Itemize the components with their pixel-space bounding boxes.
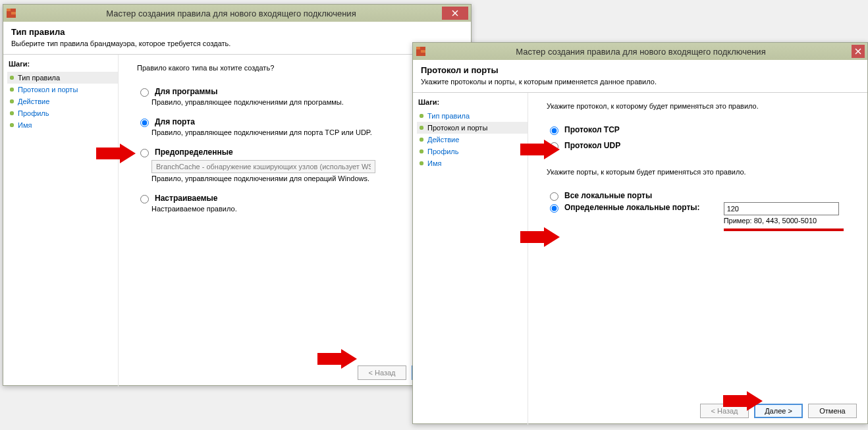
window-title: Мастер создания правила для нового входя… [430, 47, 852, 57]
protocol-question: Укажите протокол, к которому будет приме… [547, 102, 857, 110]
titlebar: Мастер создания правила для нового входя… [3, 5, 471, 22]
wizard-window-rule-type: Мастер создания правила для нового входя… [3, 4, 472, 386]
bullet-icon [420, 149, 423, 153]
radio-predefined-label: Предопределенные [155, 148, 233, 157]
svg-rect-2 [11, 12, 16, 14]
cancel-button[interactable]: Отмена [808, 404, 857, 418]
port-input[interactable] [724, 202, 839, 215]
step-name[interactable]: Имя [7, 119, 118, 131]
predefined-select [151, 160, 375, 173]
page-title: Тип правила [11, 27, 463, 37]
radio-specific-ports-label: Определенные локальные порты: [564, 203, 700, 212]
firewall-icon [6, 8, 16, 18]
bullet-icon [420, 161, 423, 165]
radio-all-ports[interactable] [550, 192, 558, 201]
steps-sidebar: Шаги: Тип правила Протокол и порты Дейст… [3, 55, 119, 387]
radio-port-label: Для порта [155, 117, 195, 126]
radio-udp[interactable] [550, 142, 558, 151]
step-protocol-ports[interactable]: Протокол и порты [7, 84, 118, 95]
svg-rect-1 [7, 9, 11, 11]
bullet-icon [10, 111, 14, 115]
page-subtitle: Выберите тип правила брандмауэра, которо… [11, 40, 463, 47]
bullet-icon [10, 99, 14, 103]
radio-specific-ports[interactable] [550, 204, 558, 213]
close-button[interactable] [852, 45, 865, 58]
back-button[interactable]: < Назад [358, 365, 406, 380]
radio-port[interactable] [140, 119, 149, 127]
radio-tcp-label: Протокол TCP [564, 125, 620, 134]
bullet-icon [420, 114, 423, 118]
step-action[interactable]: Действие [417, 134, 528, 146]
page-header: Тип правила Выберите тип правила брандма… [3, 22, 471, 55]
svg-rect-6 [416, 47, 420, 49]
step-profile[interactable]: Профиль [7, 107, 118, 119]
port-example: Пример: 80, 443, 5000-5010 [724, 217, 844, 225]
step-protocol-ports[interactable]: Протокол и порты [417, 122, 528, 134]
option-all-ports[interactable]: Все локальные порты [547, 190, 857, 201]
steps-sidebar: Шаги: Тип правила Протокол и порты Дейст… [413, 93, 528, 425]
step-rule-type[interactable]: Тип правила [7, 72, 118, 84]
page-title: Протокол и порты [421, 65, 859, 75]
step-rule-type[interactable]: Тип правила [417, 110, 528, 122]
bullet-icon [10, 88, 14, 92]
steps-label: Шаги: [7, 59, 118, 72]
option-udp[interactable]: Протокол UDP [547, 140, 857, 151]
next-button[interactable]: Далее > [754, 404, 803, 418]
wizard-window-protocol-ports: Мастер создания правила для нового входя… [412, 42, 868, 424]
content-area: Укажите протокол, к которому будет приме… [528, 93, 867, 425]
page-header: Протокол и порты Укажите протоколы и пор… [413, 60, 867, 93]
radio-program-label: Для программы [155, 87, 217, 96]
svg-rect-7 [421, 50, 425, 53]
back-button[interactable]: < Назад [700, 404, 749, 418]
close-button[interactable] [442, 7, 468, 20]
step-name[interactable]: Имя [417, 157, 528, 169]
radio-tcp[interactable] [550, 126, 558, 135]
bullet-icon [10, 76, 14, 80]
ports-question: Укажите порты, к которым будет применять… [547, 168, 857, 176]
radio-custom-label: Настраиваемые [155, 194, 217, 203]
page-subtitle: Укажите протоколы и порты, к которым при… [421, 78, 859, 86]
bullet-icon [10, 123, 14, 127]
radio-custom[interactable] [140, 195, 149, 203]
steps-label: Шаги: [417, 97, 528, 110]
option-tcp[interactable]: Протокол TCP [547, 124, 857, 135]
step-profile[interactable]: Профиль [417, 146, 528, 157]
radio-program[interactable] [140, 88, 149, 97]
titlebar: Мастер создания правила для нового входя… [413, 43, 867, 60]
step-action[interactable]: Действие [7, 95, 118, 107]
radio-all-ports-label: Все локальные порты [564, 191, 652, 200]
bullet-icon [420, 138, 423, 142]
window-title: Мастер создания правила для нового входя… [20, 9, 442, 18]
radio-predefined[interactable] [140, 149, 149, 157]
bullet-icon [420, 126, 423, 130]
radio-udp-label: Протокол UDP [564, 141, 620, 150]
firewall-icon [416, 46, 426, 57]
